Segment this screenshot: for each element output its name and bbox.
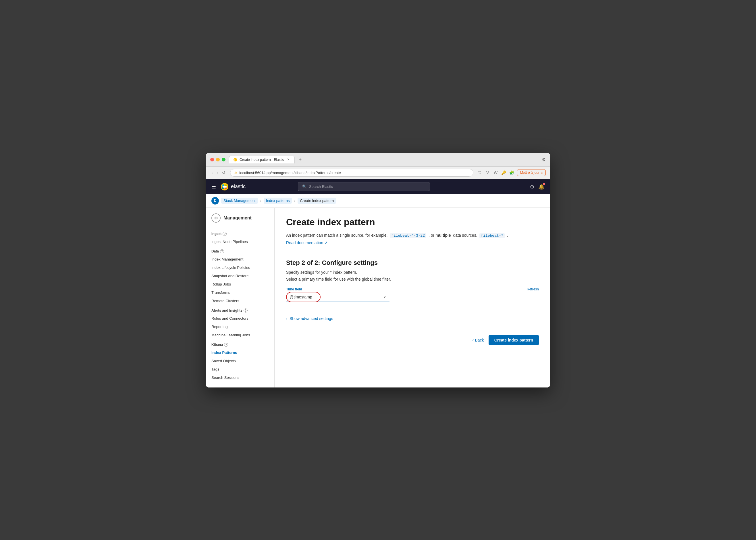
svg-rect-9 (223, 187, 227, 188)
sidebar-header: ⚙ Management (206, 213, 274, 228)
ext1-icon[interactable]: V (485, 170, 491, 176)
back-chevron: ‹ (472, 338, 474, 342)
sidebar-item-index-management[interactable]: Index Management (206, 255, 274, 263)
elastic-logo-icon (221, 183, 229, 191)
hamburger-menu-button[interactable]: ☰ (211, 184, 216, 190)
bold-multiple: multiple (436, 233, 451, 237)
sidebar-item-search-sessions[interactable]: Search Sessions (206, 373, 274, 382)
sidebar-title: Management (223, 215, 252, 220)
svg-text:e: e (234, 159, 235, 161)
sidebar-item-index-patterns[interactable]: Index Patterns (206, 348, 274, 357)
alerts-label: Alerts and Insights (211, 309, 242, 313)
sidebar-item-index-lifecycle-policies[interactable]: Index Lifecycle Policies (206, 263, 274, 272)
desc-middle: , or (429, 233, 434, 237)
page-title: Create index pattern (286, 217, 539, 227)
logo-text: elastic (231, 184, 246, 190)
sidebar-item-reporting[interactable]: Reporting (206, 323, 274, 331)
documentation-link[interactable]: Read documentation ↗ (286, 240, 539, 245)
security-icon: ⚠ (234, 171, 238, 175)
user-avatar[interactable]: D (211, 197, 219, 204)
time-field-select-wrapper: @timestamp ∨ (286, 292, 390, 302)
description: An index pattern can match a single sour… (286, 232, 539, 239)
main-layout: ⚙ Management Ingest ? Ingest Node Pipeli… (206, 208, 550, 387)
refresh-link[interactable]: Refresh (527, 287, 539, 291)
kibana-help-icon: ? (224, 343, 228, 347)
timestamp-value: @timestamp (290, 295, 312, 299)
maximize-window-button[interactable] (222, 158, 225, 161)
elastic-logo[interactable]: elastic (221, 183, 246, 191)
ext4-icon[interactable]: 🧩 (509, 170, 515, 176)
sidebar-section-ingest: Ingest ? (206, 228, 274, 237)
ext3-icon[interactable]: 🔑 (501, 170, 507, 176)
sidebar-item-ingest-node-pipelines[interactable]: Ingest Node Pipelines (206, 237, 274, 246)
sidebar-item-rules-connectors[interactable]: Rules and Connectors (206, 314, 274, 323)
sidebar-item-saved-objects[interactable]: Saved Objects (206, 357, 274, 365)
url-bar[interactable]: ⚠ localhost:5601/app/management/kibana/i… (230, 169, 473, 177)
code-example-2: filebeat-* (479, 233, 505, 238)
breadcrumb-sep-2: › (294, 199, 295, 203)
sidebar-section-kibana: Kibana ? (206, 339, 274, 348)
breadcrumb-index-patterns[interactable]: Index patterns (264, 198, 292, 203)
back-button[interactable]: ‹ Back (472, 338, 484, 342)
kibana-header: ☰ elastic 🔍 Search Elastic ⊙ 🔔 (206, 179, 550, 194)
sidebar-item-snapshot-restore[interactable]: Snapshot and Restore (206, 272, 274, 280)
advanced-toggle-label: Show advanced settings (290, 316, 333, 321)
external-link-icon: ↗ (324, 240, 328, 245)
breadcrumb-stack-management[interactable]: Stack Management (221, 198, 258, 203)
tab-label: Create index pattern - Elastic (240, 158, 284, 162)
sidebar-item-remote-clusters[interactable]: Remote Clusters (206, 297, 274, 305)
create-index-pattern-button[interactable]: Create index pattern (489, 335, 539, 345)
title-bar: e Create index pattern - Elastic ✕ + ⚙ (206, 153, 550, 167)
update-label: Mettre à jour (520, 171, 540, 175)
forward-button[interactable]: › (216, 169, 219, 176)
notification-bell[interactable]: 🔔 (538, 184, 545, 190)
settings-divider (286, 309, 539, 309)
browser-settings-icon[interactable]: ⚙ (542, 157, 546, 162)
sidebar-item-machine-learning-jobs[interactable]: Machine Learning Jobs (206, 331, 274, 339)
ingest-label: Ingest (211, 232, 221, 236)
sidebar: ⚙ Management Ingest ? Ingest Node Pipeli… (206, 208, 275, 387)
time-field-dropdown[interactable]: @timestamp ∨ (286, 292, 390, 302)
data-help-icon: ? (220, 249, 224, 253)
kibana-label: Kibana (211, 343, 223, 347)
new-tab-button[interactable]: + (297, 156, 304, 163)
ingest-help-icon: ? (223, 232, 227, 236)
address-bar: ‹ › ↺ ⚠ localhost:5601/app/management/ki… (206, 167, 550, 179)
desc-end: data sources, (453, 233, 477, 237)
sidebar-section-data: Data ? (206, 246, 274, 255)
back-button[interactable]: ‹ (210, 169, 214, 176)
desc-period: . (507, 233, 508, 237)
chevron-down-icon: ∨ (383, 295, 386, 299)
time-field-label: Time field (286, 287, 302, 291)
browser-window: e Create index pattern - Elastic ✕ + ⚙ ‹… (206, 153, 550, 387)
desc-start: An index pattern can match a single sour… (286, 233, 388, 237)
update-icon: ≡ (541, 171, 543, 175)
tab-close-button[interactable]: ✕ (286, 158, 290, 162)
sidebar-item-rollup-jobs[interactable]: Rollup Jobs (206, 280, 274, 288)
reload-button[interactable]: ↺ (221, 169, 227, 176)
breadcrumb-create-index-pattern: Create index pattern (298, 198, 336, 203)
update-button[interactable]: Mettre à jour ≡ (517, 169, 546, 176)
notification-dot (543, 183, 545, 185)
advanced-settings-toggle[interactable]: › Show advanced settings (286, 316, 539, 321)
sidebar-item-transforms[interactable]: Transforms (206, 288, 274, 297)
ext2-icon[interactable]: W (493, 170, 499, 176)
close-window-button[interactable] (210, 158, 214, 161)
brave-shield-icon[interactable]: 🛡 (477, 170, 482, 176)
breadcrumb-sep-1: › (260, 199, 261, 203)
time-field-section: Time field Refresh @timestamp ∨ (286, 287, 539, 302)
step-description: Specify settings for your * index patter… (286, 270, 539, 275)
window-controls (210, 158, 225, 161)
active-tab[interactable]: e Create index pattern - Elastic ✕ (229, 156, 295, 164)
sidebar-item-tags[interactable]: Tags (206, 365, 274, 373)
doc-link-text: Read documentation (286, 240, 323, 245)
chevron-right-icon: › (286, 317, 287, 321)
minimize-window-button[interactable] (216, 158, 220, 161)
breadcrumb: D Stack Management › Index patterns › Cr… (206, 194, 550, 208)
step-title: Step 2 of 2: Configure settings (286, 259, 539, 267)
data-label: Data (211, 249, 219, 253)
sidebar-section-alerts: Alerts and Insights ? (206, 305, 274, 314)
help-icon[interactable]: ⊙ (530, 184, 534, 190)
code-example-1: filebeat-4-3-22 (390, 233, 426, 238)
global-search-bar[interactable]: 🔍 Search Elastic (298, 182, 430, 191)
